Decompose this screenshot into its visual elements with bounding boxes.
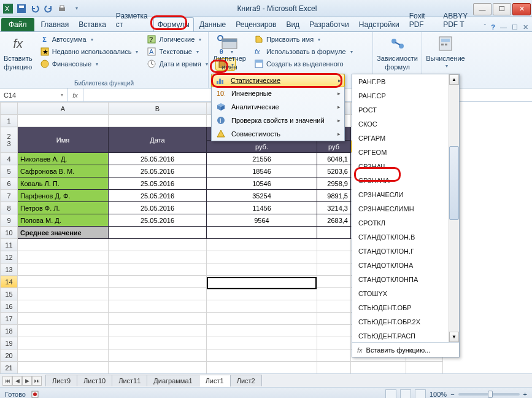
function-item[interactable]: СРОТКЛ bbox=[352, 216, 459, 230]
sheet-tab[interactable]: Лист9 bbox=[45, 375, 77, 386]
close-button[interactable]: ✕ bbox=[512, 3, 531, 15]
view-page-layout-button[interactable] bbox=[400, 389, 411, 399]
use-in-formula-button[interactable]: fxИспользовать в формуле bbox=[253, 46, 354, 57]
zoom-slider[interactable] bbox=[458, 393, 520, 396]
scroll-up-icon[interactable]: ▲ bbox=[449, 74, 459, 85]
nav-prev-icon[interactable]: ◀ bbox=[12, 376, 22, 386]
function-item[interactable]: СТОШYX bbox=[352, 286, 459, 300]
function-item[interactable]: РАНГ.СР bbox=[352, 88, 459, 103]
scroll-thumb[interactable] bbox=[449, 146, 459, 220]
function-item-srznach[interactable]: СРЗНАЧ bbox=[352, 159, 459, 173]
menu-item-compatibility[interactable]: Совместимость▸ bbox=[212, 127, 344, 141]
menu-item-information[interactable]: iПроверка свойств и значений▸ bbox=[212, 114, 344, 127]
zoom-level[interactable]: 100% bbox=[430, 391, 447, 398]
function-item[interactable]: СТАНДОТКЛОНПА bbox=[352, 272, 459, 286]
logical-button[interactable]: ?Логические bbox=[145, 34, 209, 45]
function-item[interactable]: СРЗНАЧЕСЛИ bbox=[352, 187, 459, 201]
sheet-tab[interactable]: Диаграмма1 bbox=[147, 375, 199, 386]
avg-label[interactable]: Среднее значение bbox=[18, 227, 109, 239]
view-normal-button[interactable] bbox=[385, 389, 396, 399]
row-header[interactable]: 23 bbox=[1, 127, 18, 153]
sheet-tab[interactable]: Лист2 bbox=[230, 375, 262, 386]
row-header[interactable]: 10 bbox=[1, 227, 18, 239]
ribbon-minimize-icon[interactable]: ˆ bbox=[484, 23, 487, 31]
define-name-button[interactable]: Присвоить имя bbox=[253, 34, 354, 45]
function-item[interactable]: СТЬЮДЕНТ.ОБР.2Х bbox=[352, 314, 459, 329]
scroll-down-icon[interactable]: ▼ bbox=[449, 332, 459, 342]
tab-addins[interactable]: Надстройки bbox=[355, 17, 404, 31]
tab-foxit[interactable]: Foxit PDF bbox=[405, 9, 438, 31]
create-from-selection-button[interactable]: Создать из выделенного bbox=[253, 58, 354, 69]
nav-next-icon[interactable]: ▶ bbox=[22, 376, 32, 386]
function-item[interactable]: СТАНДОТКЛОН.Г bbox=[352, 244, 459, 258]
cell-name[interactable]: Николаев А. Д. bbox=[18, 153, 109, 165]
undo-icon[interactable] bbox=[29, 3, 40, 14]
tab-view[interactable]: Вид bbox=[282, 17, 304, 31]
row-header[interactable]: 4 bbox=[1, 153, 18, 165]
tab-review[interactable]: Рецензиров bbox=[231, 17, 280, 31]
select-all[interactable] bbox=[1, 103, 18, 115]
function-item[interactable]: РАНГ.РВ bbox=[352, 74, 459, 88]
function-item[interactable]: СРЗНАЧЕСЛИМН bbox=[352, 201, 459, 216]
tab-abbyy[interactable]: ABBYY PDF T bbox=[439, 9, 482, 31]
calculation-button[interactable]: Вычисление bbox=[424, 34, 467, 69]
sheet-tab[interactable]: Лист11 bbox=[112, 375, 147, 386]
autosum-button[interactable]: ΣАвтосумма bbox=[39, 34, 140, 45]
financial-button[interactable]: Финансовые bbox=[39, 58, 140, 69]
row-header[interactable]: 9 bbox=[1, 214, 18, 227]
menu-scrollbar[interactable]: ▲ ▼ bbox=[449, 74, 459, 342]
function-item[interactable]: СКОС bbox=[352, 117, 459, 131]
datetime-button[interactable]: Дата и время bbox=[145, 58, 209, 69]
col-header-b[interactable]: B bbox=[109, 103, 207, 115]
save-icon[interactable] bbox=[16, 3, 27, 14]
tab-formulas[interactable]: Формулы bbox=[153, 17, 194, 31]
workbook-restore-icon[interactable]: ☐ bbox=[512, 23, 518, 31]
qat-customize-icon[interactable] bbox=[70, 3, 81, 14]
function-item[interactable]: СРГЕОМ bbox=[352, 145, 459, 159]
function-item[interactable]: СРГАРМ bbox=[352, 131, 459, 145]
insert-function-link[interactable]: fx Вставить функцию... bbox=[352, 342, 459, 357]
help-icon[interactable]: ? bbox=[491, 23, 495, 31]
row-header[interactable]: 7 bbox=[1, 190, 18, 202]
nav-last-icon[interactable]: ⏭ bbox=[32, 376, 42, 386]
tab-insert[interactable]: Вставка bbox=[74, 17, 110, 31]
zoom-out-button[interactable]: − bbox=[450, 391, 454, 398]
function-item[interactable]: РОСТ bbox=[352, 103, 459, 117]
tab-developer[interactable]: Разработчи bbox=[305, 17, 353, 31]
insert-function-button[interactable]: fx Вставить функцию bbox=[4, 34, 33, 71]
workbook-close-icon[interactable]: ✕ bbox=[523, 23, 528, 31]
redo-icon[interactable] bbox=[43, 3, 54, 14]
nav-first-icon[interactable]: ⏮ bbox=[2, 376, 12, 386]
text-button[interactable]: AТекстовые bbox=[145, 46, 209, 57]
col-header-a[interactable]: A bbox=[18, 103, 109, 115]
formula-auditing-button[interactable]: Зависимости формул bbox=[374, 34, 421, 77]
zoom-in-button[interactable]: + bbox=[523, 391, 527, 398]
tab-home[interactable]: Главная bbox=[37, 17, 74, 31]
menu-item-statistical[interactable]: Статистические▸ bbox=[211, 74, 345, 87]
qat-print-icon[interactable] bbox=[56, 3, 67, 14]
name-manager-button[interactable]: Диспетчер имен bbox=[212, 34, 247, 71]
macro-record-icon[interactable] bbox=[31, 390, 39, 399]
function-item[interactable]: СТЬЮДЕНТ.РАСП bbox=[352, 329, 459, 342]
view-page-break-button[interactable] bbox=[415, 389, 426, 399]
row-header[interactable]: 6 bbox=[1, 178, 18, 190]
fx-label[interactable]: fx bbox=[67, 88, 83, 101]
tab-page-layout[interactable]: Разметка ст bbox=[112, 9, 152, 31]
row-header[interactable]: 5 bbox=[1, 165, 18, 178]
workbook-minimize-icon[interactable]: — bbox=[500, 23, 507, 31]
sheet-tab-active[interactable]: Лист1 bbox=[199, 375, 231, 387]
row-header[interactable]: 1 bbox=[1, 115, 18, 127]
sheet-tab[interactable]: Лист10 bbox=[77, 375, 112, 386]
maximize-button[interactable]: ☐ bbox=[493, 3, 511, 15]
function-item[interactable]: СРЗНАЧА bbox=[352, 173, 459, 187]
function-item[interactable]: СТАНДОТКЛОН.В bbox=[352, 230, 459, 244]
row-header[interactable]: 8 bbox=[1, 202, 18, 214]
recently-used-button[interactable]: ★Недавно использовались bbox=[39, 46, 140, 57]
function-item[interactable]: СТЬЮДЕНТ.ОБР bbox=[352, 300, 459, 314]
tab-file[interactable]: Файл bbox=[1, 18, 34, 31]
function-item[interactable]: СТАНДОТКЛОНА bbox=[352, 258, 459, 272]
tab-data[interactable]: Данные bbox=[195, 17, 230, 31]
menu-item-cube[interactable]: Аналитические▸ bbox=[212, 100, 344, 114]
menu-item-engineering[interactable]: 101Инженерные▸ bbox=[212, 87, 344, 100]
name-box[interactable]: C14 bbox=[0, 88, 67, 101]
